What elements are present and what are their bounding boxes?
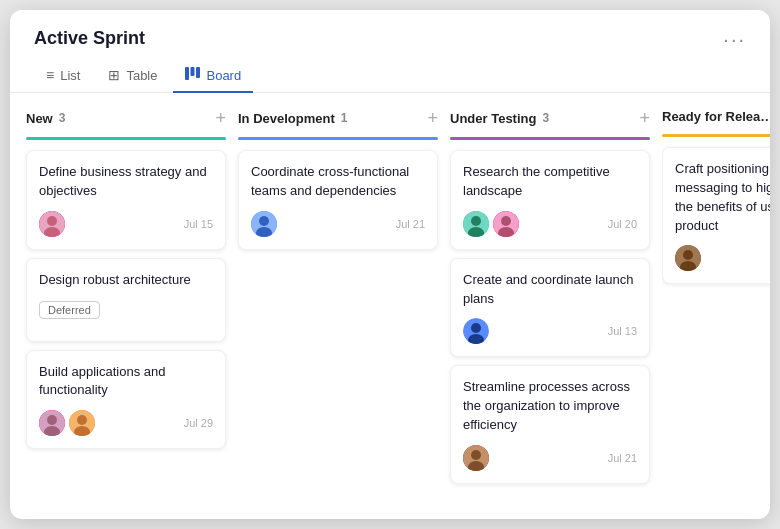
card-date: Jul 21 [608, 452, 637, 464]
card-design-robust-title: Design robust architecture [39, 271, 213, 290]
column-in-development-count: 1 [341, 111, 348, 125]
card-avatars [39, 211, 65, 237]
card-define-business[interactable]: Define business strategy and objectives … [26, 150, 226, 250]
page-title: Active Sprint [34, 28, 145, 49]
tab-list[interactable]: ≡ List [34, 59, 92, 93]
svg-point-10 [77, 415, 87, 425]
column-ready-title: Ready for Relea… [662, 109, 770, 124]
board-area: New 3 + Define business strategy and obj… [10, 93, 770, 519]
card-coordinate-title: Coordinate cross-functional teams and de… [251, 163, 425, 201]
column-under-testing: Under Testing 3 + Research the competiti… [450, 109, 650, 503]
table-icon: ⊞ [108, 67, 120, 83]
svg-point-7 [47, 415, 57, 425]
tab-board-label: Board [206, 68, 241, 83]
svg-rect-1 [191, 67, 195, 76]
card-avatars [251, 211, 277, 237]
svg-point-4 [47, 216, 57, 226]
column-in-development: In Development 1 + Coordinate cross-func… [238, 109, 438, 503]
card-date: Jul 15 [184, 218, 213, 230]
card-date: Jul 29 [184, 417, 213, 429]
card-avatars [463, 211, 519, 237]
column-ready-header: Ready for Relea… [662, 109, 770, 124]
card-footer [675, 245, 770, 271]
svg-point-28 [683, 250, 693, 260]
card-footer: Jul 20 [463, 211, 637, 237]
column-ready-bar [662, 134, 770, 137]
svg-point-25 [471, 450, 481, 460]
card-footer: Jul 21 [463, 445, 637, 471]
card-avatars [463, 445, 489, 471]
tab-list-label: List [60, 68, 80, 83]
tab-board[interactable]: Board [173, 59, 253, 93]
avatar [675, 245, 701, 271]
card-footer: Jul 13 [463, 318, 637, 344]
card-avatars [675, 245, 701, 271]
card-craft-positioning[interactable]: Craft positioning messaging to highlight… [662, 147, 770, 284]
header: Active Sprint ··· [10, 10, 770, 49]
card-footer: Jul 15 [39, 211, 213, 237]
card-build-applications-title: Build applications and functionality [39, 363, 213, 401]
svg-point-22 [471, 323, 481, 333]
deferred-badge: Deferred [39, 301, 100, 319]
card-research-title: Research the competitive landscape [463, 163, 637, 201]
column-under-testing-title: Under Testing [450, 111, 536, 126]
avatar [463, 445, 489, 471]
card-footer: Jul 29 [39, 410, 213, 436]
avatar [69, 410, 95, 436]
card-build-applications[interactable]: Build applications and functionality [26, 350, 226, 450]
card-define-business-title: Define business strategy and objectives [39, 163, 213, 201]
card-coordinate[interactable]: Coordinate cross-functional teams and de… [238, 150, 438, 250]
avatar [251, 211, 277, 237]
column-new-bar [26, 137, 226, 140]
card-footer: Jul 21 [251, 211, 425, 237]
app-window: Active Sprint ··· ≡ List ⊞ Table Board [10, 10, 770, 519]
card-avatars [463, 318, 489, 344]
avatar [39, 211, 65, 237]
svg-point-19 [501, 216, 511, 226]
column-new-header: New 3 + [26, 109, 226, 127]
tab-table-label: Table [126, 68, 157, 83]
svg-point-13 [259, 216, 269, 226]
card-launch-plans[interactable]: Create and coordinate launch plans Jul 1… [450, 258, 650, 358]
column-under-testing-bar [450, 137, 650, 140]
card-date: Jul 21 [396, 218, 425, 230]
column-under-testing-header: Under Testing 3 + [450, 109, 650, 127]
card-streamline-title: Streamline processes across the organiza… [463, 378, 637, 435]
column-in-development-bar [238, 137, 438, 140]
card-design-robust[interactable]: Design robust architecture Deferred [26, 258, 226, 342]
svg-rect-0 [185, 67, 189, 80]
column-in-development-header: In Development 1 + [238, 109, 438, 127]
card-craft-title: Craft positioning messaging to highlight… [675, 160, 770, 235]
avatar [493, 211, 519, 237]
avatar [463, 211, 489, 237]
card-date: Jul 20 [608, 218, 637, 230]
column-ready-for-release: Ready for Relea… Craft positioning messa… [662, 109, 770, 503]
column-new-add-button[interactable]: + [215, 109, 226, 127]
card-research[interactable]: Research the competitive landscape [450, 150, 650, 250]
tab-bar: ≡ List ⊞ Table Board [10, 49, 770, 93]
column-new-title: New [26, 111, 53, 126]
svg-point-16 [471, 216, 481, 226]
tab-table[interactable]: ⊞ Table [96, 59, 169, 93]
svg-rect-2 [196, 67, 200, 78]
avatar [463, 318, 489, 344]
column-in-development-title: In Development [238, 111, 335, 126]
card-avatars [39, 410, 95, 436]
board-icon [185, 67, 200, 83]
more-options-button[interactable]: ··· [723, 29, 746, 49]
card-date: Jul 13 [608, 325, 637, 337]
column-new-count: 3 [59, 111, 66, 125]
column-in-development-add-button[interactable]: + [427, 109, 438, 127]
card-streamline[interactable]: Streamline processes across the organiza… [450, 365, 650, 484]
avatar [39, 410, 65, 436]
list-icon: ≡ [46, 67, 54, 83]
column-under-testing-add-button[interactable]: + [639, 109, 650, 127]
card-launch-plans-title: Create and coordinate launch plans [463, 271, 637, 309]
column-under-testing-count: 3 [542, 111, 549, 125]
column-new: New 3 + Define business strategy and obj… [26, 109, 226, 503]
